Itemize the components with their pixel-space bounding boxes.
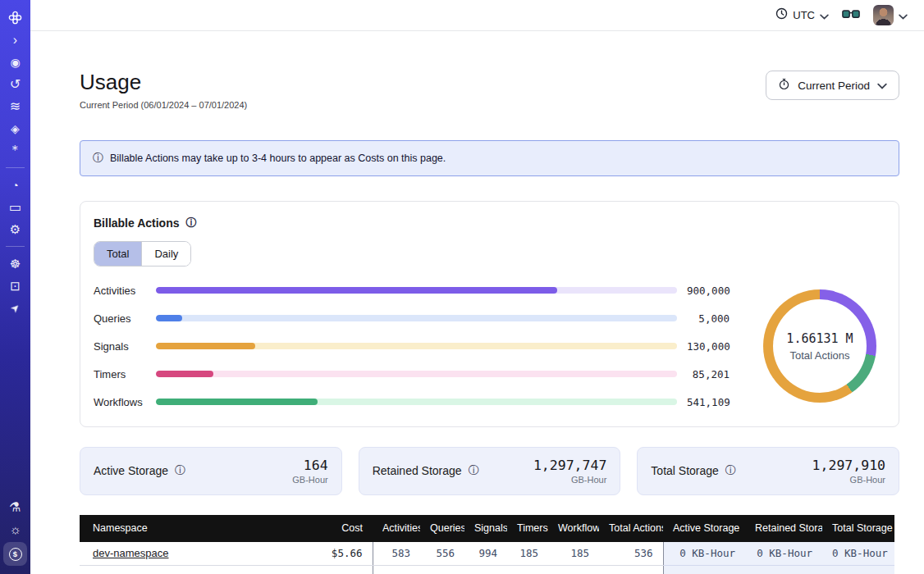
col-queries: Queries [420,515,464,542]
cost-cell: $5.66 [293,542,373,566]
timezone-label: UTC [793,9,815,21]
bar-value: 130,000 [687,340,730,353]
info-icon[interactable]: ⓘ [469,463,479,478]
bar-row-activities: Activities 900,000 [94,285,730,297]
bar-value: 85,201 [687,368,730,380]
info-icon[interactable]: ⓘ [725,463,736,478]
storage-card-unit: GB-Hour [533,475,606,485]
period-selector-button[interactable]: Current Period [766,71,899,100]
table-header-row: Namespace Cost Activities Queries Signal… [80,515,894,542]
billable-actions-title-text: Billable Actions [94,216,180,230]
table-row: dev-namespace 29.32 423 561 826 877 130 … [80,566,894,574]
bar-label: Workflows [94,396,146,408]
glasses-icon[interactable] [842,8,860,23]
workflows-cell: 130 [548,566,599,574]
namespace-usage-table: Namespace Cost Activities Queries Signal… [80,515,894,574]
bar-row-queries: Queries 5,000 [94,312,730,325]
clock-icon [775,7,788,23]
bar-track [156,315,677,321]
storage-card-value: 164 [292,458,327,473]
total-storage-card: Total Storage ⓘ 1,297,910 GB-Hour [637,447,899,495]
bar-label: Queries [94,312,146,325]
collapse-chevron-icon[interactable]: › [0,29,30,51]
queries-cell: 556 [420,542,464,566]
storage-summary-row: Active Storage ⓘ 164 GB-Hour Retained St… [80,447,899,495]
retained-storage-cell: 0 KB-Hour [745,566,822,574]
bar-row-workflows: Workflows 541,109 [94,396,730,408]
temporal-logo-icon[interactable] [0,7,30,29]
col-timers: Timers [507,515,548,542]
col-retained-storage: Retained Storage [745,515,822,542]
timers-cell: 185 [507,542,548,566]
total-actions-value: 1.66131 M [786,331,853,346]
total-storage-cell: 0 KB-Hour [822,542,894,566]
info-banner: ⓘ Billable Actions may take up to 3-4 ho… [80,140,899,176]
storage-card-label-text: Retained Storage [373,464,462,477]
storage-card-label: Total Storage ⓘ [651,463,736,478]
nexus-icon[interactable]: ＊ [0,139,30,162]
total-actions-cell: 536 [599,542,663,566]
bar-chart: Activities 900,000 Queries 5,000 Signals [94,285,730,408]
namespace-link[interactable]: dev-namespace [93,547,169,559]
sidebar-item-usage-active[interactable]: $ [3,542,27,566]
storage-card-unit: GB-Hour [292,475,327,485]
settings-gear-icon[interactable]: ⚙ [0,218,30,240]
deployments-icon[interactable]: ≋ [0,95,30,117]
col-total-actions: Total Actions [599,515,663,542]
active-storage-cell: 0 KB-Hour [663,542,745,566]
chevron-down-icon [899,8,908,23]
page-title: Usage [80,71,247,94]
queries-cell: 561 [420,566,464,574]
donut-chart-wrap: 1.66131 M Total Actions [754,289,885,403]
sidebar-divider [6,246,25,247]
chevron-down-icon [877,80,887,92]
col-active-storage: Active Storage [663,515,745,542]
bar-track [156,287,677,294]
workflows-cell: 185 [548,542,599,566]
billable-actions-chart: Activities 900,000 Queries 5,000 Signals [94,285,885,408]
page-header: Usage Current Period (06/01/2024 – 07/01… [80,71,899,110]
active-storage-card: Active Storage ⓘ 164 GB-Hour [80,447,342,495]
namespaces-icon[interactable]: ◉ [0,51,30,73]
tab-daily[interactable]: Daily [141,242,190,266]
bar-fill [156,371,213,377]
user-menu[interactable] [873,5,908,25]
theme-sun-icon[interactable]: ☼ [0,518,30,540]
bar-row-timers: Timers 85,201 [94,368,730,380]
col-signals: Signals [464,515,507,542]
bar-value: 900,000 [687,285,730,297]
bar-fill [156,343,255,349]
namespace-link[interactable]: dev-namespace [93,572,169,574]
support-icon[interactable]: ☸ [0,253,30,275]
stopwatch-icon [778,78,790,93]
donut-center: 1.66131 M Total Actions [763,289,876,403]
activities-cell: 583 [373,542,420,566]
timezone-picker[interactable]: UTC [775,7,829,23]
history-icon[interactable]: ↺ [0,73,30,95]
active-storage-cell: 0 KB-Hour [663,566,745,574]
total-actions-cell: 536 [599,566,663,574]
usage-gauge-icon[interactable]: ◔ [0,174,30,196]
signals-cell: 994 [464,542,507,566]
info-icon[interactable]: ⓘ [175,463,185,478]
tab-total[interactable]: Total [94,242,141,266]
usage-dollar-icon: $ [9,548,22,561]
info-icon[interactable]: ⓘ [186,216,197,230]
info-icon: ⓘ [93,151,103,166]
total-actions-label: Total Actions [790,349,850,362]
storage-card-value: 1,297,747 [533,458,606,473]
labs-flask-icon[interactable]: ⚗ [0,496,30,518]
storage-card-value: 1,297,910 [812,458,885,473]
main-content: Usage Current Period (06/01/2024 – 07/01… [30,71,924,574]
packages-icon[interactable]: ◈ [0,117,30,139]
col-activities: Activities [373,515,420,542]
cost-cell: 29.32 [293,566,373,574]
namespace-cell: dev-namespace [80,542,293,566]
billing-card-icon[interactable]: ▭ [0,196,30,218]
bar-track [156,343,677,349]
topbar: UTC [30,0,924,31]
retained-storage-card: Retained Storage ⓘ 1,297,747 GB-Hour [359,447,621,495]
bar-label: Signals [94,340,146,353]
namespace-cell: dev-namespace [80,566,293,574]
signals-cell: 826 [464,566,507,574]
